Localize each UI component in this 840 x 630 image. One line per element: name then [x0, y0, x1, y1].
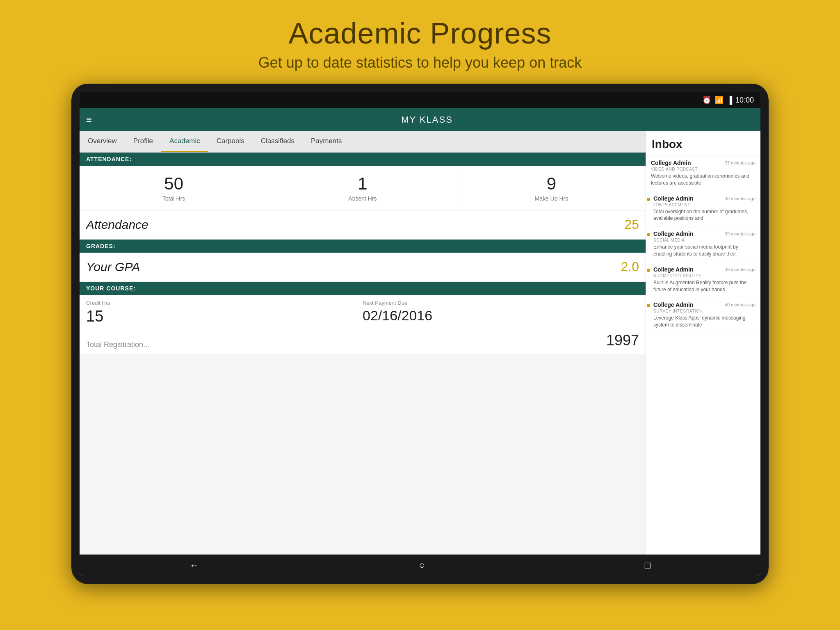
page-title: Academic Progress: [258, 16, 582, 50]
gpa-value: 2.0: [621, 259, 639, 274]
truncated-row: Total Registration... 1997: [80, 327, 646, 354]
inbox-item-1[interactable]: College Admin 38 minutes ago JOB PLACEME…: [646, 191, 760, 227]
inbox-sender-0: College Admin: [651, 160, 691, 166]
home-button[interactable]: ○: [419, 559, 425, 571]
attendance-value: 25: [624, 217, 639, 232]
next-payment-col-label: Next Payment Due: [363, 300, 639, 306]
main-panel: Overview Profile Academic Carpools Class…: [80, 131, 646, 555]
absent-hrs-number: 1: [272, 174, 452, 194]
inbox-preview-3: Built-in Augmented Reality feature puts …: [653, 279, 756, 293]
credit-hrs-col-label: Credit Hrs: [86, 300, 363, 306]
status-time: 10:00: [735, 96, 754, 105]
inbox-category-3: AUGMENTED REALITY: [653, 274, 756, 278]
inbox-preview-1: Total oversight on the number of graduat…: [653, 208, 756, 222]
inbox-item-2-header: College Admin 39 minutes ago: [653, 231, 756, 237]
makeup-hrs-cell: 9 Make Up Hrs: [457, 166, 646, 210]
tablet-shell: ⏰ 📶 ▐ 10:00 ≡ MY KLASS Overview Profile …: [71, 84, 769, 584]
status-icons: ⏰ 📶 ▐ 10:00: [702, 96, 754, 105]
attendance-header: ATTENDANCE:: [80, 153, 646, 166]
battery-icon: ▐: [727, 96, 732, 105]
inbox-title: Inbox: [646, 131, 760, 155]
recents-button[interactable]: □: [645, 559, 651, 571]
tablet-screen: ⏰ 📶 ▐ 10:00 ≡ MY KLASS Overview Profile …: [80, 92, 760, 576]
inbox-panel: Inbox College Admin 37 minutes ago VIDEO…: [646, 131, 760, 555]
inbox-preview-2: Enhance your social media footprint by e…: [653, 244, 756, 258]
tab-carpools[interactable]: Carpools: [208, 131, 253, 152]
tab-academic[interactable]: Academic: [161, 131, 208, 152]
truncated-label: Total Registration...: [86, 340, 149, 349]
makeup-hrs-label: Make Up Hrs: [461, 195, 641, 202]
inbox-dot-1: [647, 198, 650, 201]
inbox-item-3-header: College Admin 39 minutes ago: [653, 266, 756, 273]
inbox-time-0: 37 minutes ago: [725, 160, 756, 165]
inbox-sender-2: College Admin: [653, 231, 694, 237]
grades-header: GRADES:: [80, 240, 646, 253]
inbox-item-4[interactable]: College Admin 40 minutes ago SURVEY INTE…: [646, 297, 760, 333]
absent-hrs-cell: 1 Absent Hrs: [268, 166, 457, 210]
makeup-hrs-number: 9: [461, 174, 641, 194]
scroll-content[interactable]: ATTENDANCE: 50 Total Hrs 1 Absent Hrs 9: [80, 153, 646, 555]
status-bar: ⏰ 📶 ▐ 10:00: [80, 92, 760, 108]
wifi-icon: 📶: [714, 96, 724, 105]
tab-classifieds[interactable]: Classifieds: [253, 131, 303, 152]
credit-hrs-col: Credit Hrs 15: [86, 300, 363, 325]
inbox-list: College Admin 37 minutes ago VIDEO AND P…: [646, 155, 760, 555]
inbox-time-4: 40 minutes ago: [725, 302, 756, 307]
absent-hrs-label: Absent Hrs: [272, 195, 452, 202]
inbox-dot-2: [647, 233, 650, 236]
attendance-stats-row: 50 Total Hrs 1 Absent Hrs 9 Make Up Hrs: [80, 166, 646, 210]
attendance-row: Attendance 25: [80, 210, 646, 239]
total-hrs-number: 50: [84, 174, 264, 194]
app-bar: ≡ MY KLASS: [80, 108, 760, 131]
hamburger-icon[interactable]: ≡: [86, 114, 92, 126]
truncated-value: 1997: [606, 332, 639, 349]
inbox-time-3: 39 minutes ago: [725, 267, 756, 272]
inbox-category-4: SURVEY INTEGRATION: [653, 309, 756, 313]
inbox-category-0: VIDEO AND PODCAST: [651, 167, 756, 171]
inbox-sender-1: College Admin: [653, 195, 694, 202]
inbox-preview-0: Welcome videos, graduation ceremonies an…: [651, 173, 756, 187]
total-hrs-label: Total Hrs: [84, 195, 264, 202]
gpa-row: Your GPA 2.0: [80, 253, 646, 281]
inbox-sender-3: College Admin: [653, 266, 694, 273]
inbox-dot-4: [647, 304, 650, 307]
app-title: MY KLASS: [100, 114, 754, 125]
gpa-label: Your GPA: [86, 260, 140, 274]
inbox-category-1: JOB PLACEMENT: [653, 203, 756, 207]
credit-hrs-col-value: 15: [86, 308, 363, 325]
inbox-item-4-header: College Admin 40 minutes ago: [653, 301, 756, 308]
inbox-item-1-header: College Admin 38 minutes ago: [653, 195, 756, 202]
tab-payments[interactable]: Payments: [303, 131, 350, 152]
next-payment-col-value: 02/16/2016: [363, 308, 639, 324]
back-button[interactable]: ←: [189, 559, 199, 571]
alarm-icon: ⏰: [702, 96, 711, 105]
inbox-time-1: 38 minutes ago: [725, 196, 756, 201]
page-header: Academic Progress Get up to date statist…: [258, 0, 582, 84]
inbox-item-0-header: College Admin 37 minutes ago: [651, 160, 756, 166]
course-header: YOUR COURSE:: [80, 282, 646, 295]
page-subtitle: Get up to date statistics to help you ke…: [258, 54, 582, 71]
inbox-sender-4: College Admin: [653, 301, 694, 308]
inbox-time-2: 39 minutes ago: [725, 231, 756, 236]
inbox-preview-4: Leverage Klass Apps' dynamic messaging s…: [653, 315, 756, 329]
inbox-dot-3: [647, 269, 650, 272]
total-hrs-cell: 50 Total Hrs: [80, 166, 268, 210]
inbox-category-2: SOCIAL MEDIA: [653, 238, 756, 242]
content-area: Overview Profile Academic Carpools Class…: [80, 131, 760, 555]
attendance-label: Attendance: [86, 218, 148, 232]
inbox-item-2[interactable]: College Admin 39 minutes ago SOCIAL MEDI…: [646, 226, 760, 262]
tab-profile[interactable]: Profile: [125, 131, 161, 152]
nav-bar: ← ○ □: [80, 555, 760, 576]
inbox-item-0[interactable]: College Admin 37 minutes ago VIDEO AND P…: [646, 155, 760, 191]
tab-overview[interactable]: Overview: [80, 131, 125, 152]
course-info-row: Credit Hrs 15 Next Payment Due 02/16/201…: [80, 295, 646, 327]
inbox-item-3[interactable]: College Admin 39 minutes ago AUGMENTED R…: [646, 262, 760, 298]
tab-bar: Overview Profile Academic Carpools Class…: [80, 131, 646, 153]
next-payment-col: Next Payment Due 02/16/2016: [363, 300, 639, 325]
